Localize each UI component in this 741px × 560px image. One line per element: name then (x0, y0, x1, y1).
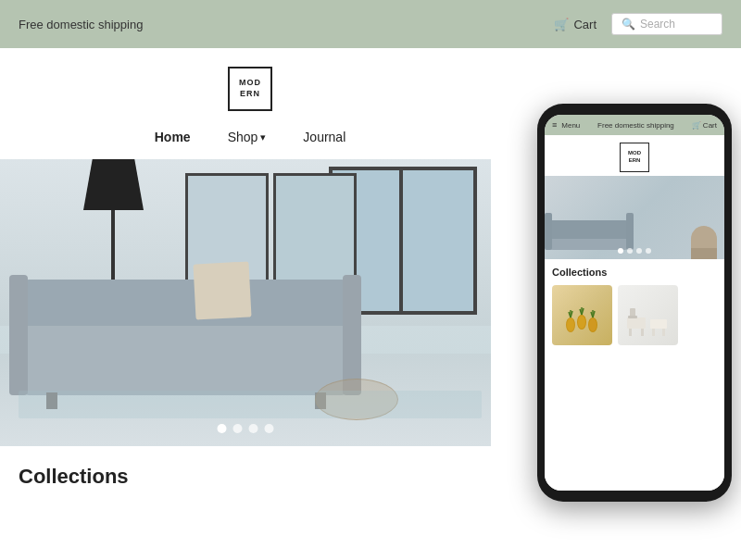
main-nav: Home Shop ▾ Journal (0, 120, 500, 159)
svg-rect-17 (641, 329, 644, 336)
phone-hero-image (545, 176, 724, 259)
svg-rect-16 (629, 329, 632, 336)
phone-dot-3[interactable] (636, 248, 642, 254)
phone-dot-1[interactable] (618, 248, 623, 254)
phone-collections-row (552, 285, 717, 345)
cart-icon: 🛒 (554, 18, 569, 31)
svg-point-11 (589, 318, 597, 331)
furniture-icon (622, 290, 673, 341)
pineapple-icon (561, 290, 603, 341)
hamburger-icon: ≡ (552, 120, 557, 130)
nav-item-shop[interactable]: Shop ▾ (228, 130, 267, 144)
hero-dot-4[interactable] (265, 424, 274, 433)
hero-dots (218, 424, 274, 433)
svg-rect-15 (627, 317, 646, 329)
logo-text: MODERN (239, 78, 261, 99)
hero-image (0, 159, 491, 446)
nav-item-home[interactable]: Home (155, 130, 191, 144)
phone-dot-4[interactable] (646, 248, 651, 254)
cart-label: Cart (573, 18, 597, 31)
sofa-scene (0, 159, 491, 446)
hero-dot-3[interactable] (249, 424, 258, 433)
svg-rect-19 (652, 329, 655, 336)
phone-mockup: ≡ Menu Free domestic shipping 🛒 Cart MOD… (537, 104, 732, 502)
hero-dot-2[interactable] (233, 424, 243, 433)
phone-logo-text: MODERN (628, 150, 641, 165)
svg-point-1 (567, 318, 574, 331)
layout-wrapper: MODERN Home Shop ▾ Journal (0, 48, 741, 560)
phone-menu-label: Menu (561, 121, 580, 130)
svg-rect-18 (650, 319, 667, 329)
cart-button[interactable]: 🛒 Cart (554, 18, 597, 31)
shipping-text: Free domestic shipping (19, 18, 143, 31)
phone-logo-area: MODERN (545, 135, 724, 176)
phone-hero-dots (618, 248, 651, 254)
collections-title: Collections (19, 465, 482, 489)
phone-collection-pineapple[interactable] (552, 285, 612, 345)
svg-point-6 (578, 316, 585, 329)
search-placeholder: Search (640, 18, 675, 31)
phone-menu-button[interactable]: ≡ Menu (552, 120, 580, 130)
svg-rect-20 (662, 329, 665, 336)
top-bar-right: 🛒 Cart 🔍 Search (554, 13, 722, 35)
phone-shipping-text: Free domestic shipping (597, 121, 674, 130)
phone-inner: ≡ Menu Free domestic shipping 🛒 Cart MOD… (545, 115, 724, 491)
collections-section: Collections (0, 446, 500, 489)
phone-cart-icon: 🛒 (692, 121, 701, 130)
svg-rect-22 (628, 316, 637, 318)
phone-collection-furniture[interactable] (618, 285, 678, 345)
phone-body: Collections (545, 259, 724, 491)
phone-dot-2[interactable] (627, 248, 633, 254)
search-box[interactable]: 🔍 Search (611, 13, 722, 35)
phone-cart-button[interactable]: 🛒 Cart (692, 121, 717, 130)
phone-logo-box[interactable]: MODERN (620, 143, 649, 172)
phone-collections-title: Collections (552, 267, 717, 278)
dropdown-arrow-icon: ▾ (260, 131, 266, 143)
logo-box[interactable]: MODERN (228, 67, 272, 111)
phone-top-bar: ≡ Menu Free domestic shipping 🛒 Cart (545, 115, 724, 135)
phone-cart-label: Cart (703, 121, 717, 130)
top-bar: Free domestic shipping 🛒 Cart 🔍 Search (0, 0, 741, 48)
hero-dot-1[interactable] (218, 424, 227, 433)
desktop-content: MODERN Home Shop ▾ Journal (0, 48, 500, 489)
nav-item-journal[interactable]: Journal (303, 130, 345, 144)
search-icon: 🔍 (622, 18, 635, 31)
logo-area: MODERN (0, 48, 500, 120)
